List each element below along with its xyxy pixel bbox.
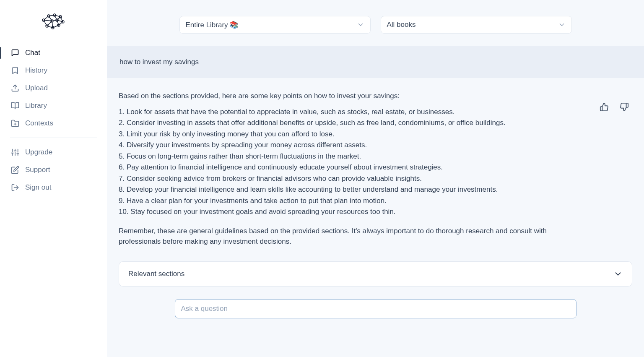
svg-line-10 <box>44 16 49 20</box>
select-value: All books <box>387 21 416 29</box>
answer-intro: Based on the sections provided, here are… <box>119 91 589 102</box>
chat-icon <box>11 49 19 57</box>
answer-list: 1. Look for assets that have the potenti… <box>119 107 589 217</box>
logout-icon <box>11 183 19 192</box>
nav-item-upload[interactable]: Upload <box>10 81 97 96</box>
answer-point: 10. Stay focused on your investment goal… <box>119 206 589 217</box>
content: Based on the sections provided, here are… <box>107 78 644 357</box>
svg-line-22 <box>57 17 60 20</box>
nav-item-label: Chat <box>25 49 40 57</box>
nav-item-upgrade[interactable]: Upgrade <box>10 145 97 160</box>
answer-point: 3. Limit your risk by only investing mon… <box>119 129 589 140</box>
nav-item-library[interactable]: Library <box>10 98 97 113</box>
answer-point: 1. Look for assets that have the potenti… <box>119 107 589 117</box>
svg-line-14 <box>59 22 63 25</box>
answer-point: 2. Consider investing in assets that off… <box>119 117 589 128</box>
bookmark-icon <box>11 66 19 75</box>
feedback <box>600 91 632 112</box>
svg-line-17 <box>44 20 47 26</box>
nav-item-label: Library <box>25 102 47 110</box>
relevant-sections-label: Relevant sections <box>128 270 184 278</box>
divider <box>10 138 97 138</box>
books-select[interactable]: All books <box>381 16 572 34</box>
nav-item-label: Upload <box>25 84 48 92</box>
topbar: Entire Library 📚 All books <box>107 0 644 46</box>
main: Entire Library 📚 All books how to invest… <box>107 0 644 357</box>
upload-icon <box>11 84 19 92</box>
answer-point: 4. Diversify your investments by spreadi… <box>119 140 589 151</box>
nav-item-support[interactable]: Support <box>10 162 97 177</box>
input-area <box>119 287 632 341</box>
thumbs-down-button[interactable] <box>620 102 629 112</box>
svg-line-24 <box>47 21 52 26</box>
answer-point: 7. Consider seeking advice from brokers … <box>119 173 589 184</box>
nav-item-label: Support <box>25 166 50 174</box>
answer-point: 8. Develop your financial intelligence a… <box>119 184 589 195</box>
answer-outro: Remember, these are general guidelines b… <box>119 226 589 247</box>
nav-item-label: Sign out <box>25 183 51 192</box>
svg-line-20 <box>49 16 52 21</box>
nav-item-label: Contexts <box>25 119 53 128</box>
folder-plus-icon <box>11 119 19 128</box>
sidebar: Chat History Upload Library <box>0 0 107 357</box>
nav-item-signout[interactable]: Sign out <box>10 180 97 195</box>
nav-item-label: History <box>25 66 47 75</box>
logo <box>40 13 97 33</box>
question-input[interactable] <box>175 299 576 318</box>
nav-item-label: Upgrade <box>25 148 52 156</box>
relevant-sections-toggle[interactable]: Relevant sections <box>119 261 632 287</box>
thumbs-up-button[interactable] <box>600 102 609 112</box>
select-value: Entire Library 📚 <box>186 21 239 29</box>
answer-point: 9. Have a clear plan for your investment… <box>119 195 589 206</box>
nav-secondary: Upgrade Support Sign out <box>10 145 97 195</box>
sliders-icon <box>11 148 19 156</box>
chevron-down-icon <box>613 269 623 279</box>
edit-icon <box>11 166 19 174</box>
query-text: how to invest my savings <box>119 58 199 66</box>
answer-point: 5. Focus on long-term gains rather than … <box>119 151 589 162</box>
nav-item-contexts[interactable]: Contexts <box>10 116 97 131</box>
library-select[interactable]: Entire Library 📚 <box>179 16 371 34</box>
chevron-down-icon <box>558 21 566 29</box>
answer-point: 6. Pay attention to financial intelligen… <box>119 162 589 173</box>
nav-item-history[interactable]: History <box>10 63 97 78</box>
query-bar: how to invest my savings <box>107 46 644 78</box>
book-icon <box>11 102 19 110</box>
chevron-down-icon <box>357 21 364 29</box>
nav-item-chat[interactable]: Chat <box>10 45 97 60</box>
nav-primary: Chat History Upload Library <box>10 45 97 131</box>
answer: Based on the sections provided, here are… <box>119 91 589 252</box>
